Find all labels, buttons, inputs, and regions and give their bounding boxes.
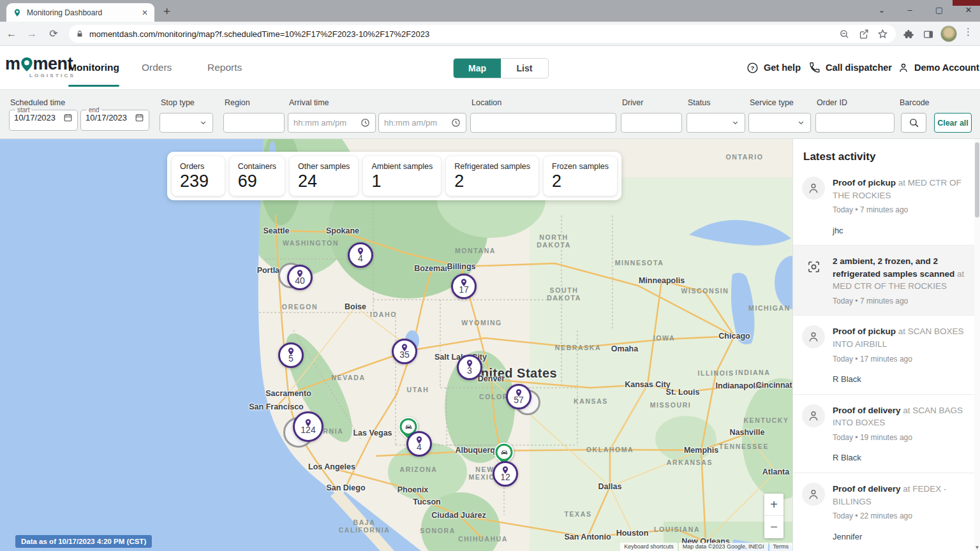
- activity-item[interactable]: Proof of pickup at SCAN BOXES INTO AIRBI…: [793, 316, 980, 394]
- map-cluster-marker[interactable]: 40: [287, 265, 313, 290]
- account-menu[interactable]: Demo Account: [898, 46, 979, 89]
- scheduled-time-label: Scheduled time: [10, 98, 65, 107]
- logo-text: m: [5, 54, 20, 74]
- other-samples-card[interactable]: Other samples24: [290, 156, 358, 196]
- new-tab-button[interactable]: +: [163, 4, 170, 18]
- activity-item[interactable]: Proof of delivery at SCAN BAGS INTO BOXE…: [793, 395, 980, 473]
- filter-bar: Scheduled time start 10/17/2023 end 10/1…: [0, 90, 980, 139]
- cluster-count: 17: [459, 285, 469, 295]
- map-cluster-marker[interactable]: 4: [348, 242, 373, 268]
- activity-item[interactable]: 2 ambient, 2 frozen, and 2 refrigerated …: [793, 246, 980, 316]
- clear-all-button[interactable]: Clear all: [934, 113, 972, 133]
- browser-tab[interactable]: Monitoring Dashboard ✕: [6, 3, 154, 22]
- side-panel-icon[interactable]: [921, 27, 936, 42]
- zoom-in-button[interactable]: +: [764, 494, 783, 516]
- map-cluster-marker[interactable]: 57: [506, 384, 531, 409]
- cluster-count: 3: [467, 366, 472, 376]
- calendar-icon: [63, 113, 73, 122]
- map-cluster-marker[interactable]: 17: [451, 274, 477, 299]
- scrollbar-thumb[interactable]: [975, 142, 979, 217]
- map-cluster-marker[interactable]: 4: [406, 431, 432, 457]
- start-date-field[interactable]: start 10/17/2023: [9, 107, 78, 131]
- region-input[interactable]: [223, 113, 285, 133]
- keyboard-shortcuts-link[interactable]: Keyboard shortcuts: [620, 543, 678, 551]
- share-icon[interactable]: [856, 27, 870, 41]
- zoom-page-icon[interactable]: [837, 27, 851, 41]
- logo-subtitle: LOGISTICS: [29, 73, 69, 78]
- window-minimize-button[interactable]: –: [897, 0, 923, 22]
- chevron-down-icon: [797, 119, 805, 127]
- activity-panel-title: Latest activity: [793, 139, 980, 167]
- orders-card[interactable]: Orders239: [172, 156, 225, 196]
- tab-orders[interactable]: Orders: [142, 46, 172, 89]
- tab-reports[interactable]: Reports: [207, 46, 242, 89]
- end-date-field[interactable]: end 10/17/2023: [80, 107, 149, 131]
- refrigerated-samples-card[interactable]: Refrigerated samples2: [446, 156, 538, 196]
- map-cluster-marker[interactable]: 124: [293, 411, 323, 442]
- clock-icon: [360, 118, 370, 128]
- map-attribution: Keyboard shortcuts Map data ©2023 Google…: [619, 543, 792, 551]
- url-text[interactable]: momentdash.com/monitoring/map?f.schedule…: [89, 29, 832, 39]
- cluster-count: 5: [288, 354, 293, 364]
- arrival-start-input[interactable]: hh:mm am/pm: [288, 113, 376, 133]
- tab-monitoring[interactable]: Monitoring: [68, 46, 119, 89]
- sidebar-scrollbar[interactable]: ▼: [974, 139, 980, 551]
- map-canvas[interactable]: United States Orders239 Containers69 Oth…: [0, 139, 792, 551]
- map-cluster-marker[interactable]: 5: [278, 342, 304, 368]
- address-bar[interactable]: momentdash.com/monitoring/map?f.schedule…: [69, 25, 896, 43]
- tab-close-icon[interactable]: ✕: [142, 8, 148, 17]
- activity-author: R Black: [833, 452, 969, 464]
- bookmark-star-icon[interactable]: [875, 27, 889, 41]
- order-id-input[interactable]: [815, 113, 895, 133]
- order-id-label: Order ID: [817, 98, 847, 107]
- driver-label: Driver: [622, 98, 643, 107]
- status-select[interactable]: [687, 113, 745, 133]
- location-input[interactable]: [470, 113, 616, 133]
- driver-input[interactable]: [621, 113, 682, 133]
- toggle-map-button[interactable]: Map: [454, 59, 501, 78]
- forward-button[interactable]: →: [24, 26, 40, 41]
- tab-search-chevron-icon[interactable]: ⌄: [869, 0, 895, 22]
- activity-author: Jennifer: [833, 531, 969, 543]
- map-list-toggle: Map List: [453, 58, 549, 78]
- cluster-count: 4: [358, 254, 363, 263]
- call-dispatcher-link[interactable]: Call dispatcher: [809, 46, 892, 89]
- back-button[interactable]: ←: [4, 26, 19, 41]
- activity-timestamp: Today • 17 minutes ago: [833, 354, 969, 365]
- svg-text:?: ?: [751, 64, 755, 71]
- reload-button[interactable]: ⟳: [46, 26, 61, 41]
- vehicle-marker[interactable]: [494, 443, 514, 462]
- containers-card[interactable]: Containers69: [230, 156, 285, 196]
- frozen-samples-card[interactable]: Frozen samples2: [544, 156, 617, 196]
- scan-icon: [802, 255, 825, 278]
- zoom-out-button[interactable]: −: [764, 516, 783, 538]
- terms-link[interactable]: Terms: [769, 543, 793, 551]
- activity-author: jhc: [833, 225, 969, 237]
- map-cluster-marker[interactable]: 35: [392, 339, 417, 364]
- activity-item[interactable]: Proof of pickup at MED CTR OF THE ROCKIE…: [793, 167, 980, 246]
- phone-icon: [809, 62, 820, 73]
- map-data-credit: Map data ©2023 Google, INEGI: [679, 543, 768, 551]
- barcode-search-button[interactable]: [901, 113, 926, 133]
- get-help-link[interactable]: ? Get help: [746, 46, 801, 89]
- activity-item[interactable]: Proof of delivery at FEDEX - BILLINGS To…: [793, 473, 980, 551]
- arrival-end-input[interactable]: hh:mm am/pm: [378, 113, 466, 133]
- calendar-icon: [135, 113, 144, 122]
- scroll-down-icon[interactable]: ▼: [974, 545, 980, 550]
- window-maximize-button[interactable]: ▢: [926, 0, 952, 22]
- browser-menu-icon[interactable]: ⋮: [963, 26, 973, 38]
- cluster-count: 124: [301, 425, 315, 435]
- profile-avatar[interactable]: [940, 26, 957, 42]
- cluster-count: 35: [399, 350, 410, 360]
- service-type-select[interactable]: [748, 113, 811, 133]
- vehicle-icon: [404, 422, 413, 431]
- toggle-list-button[interactable]: List: [501, 59, 548, 78]
- map-cluster-marker[interactable]: 3: [457, 355, 482, 380]
- ambient-samples-card[interactable]: Ambient samples1: [363, 156, 441, 196]
- extensions-puzzle-icon[interactable]: [901, 27, 916, 42]
- moment-logistics-logo[interactable]: m ment LOGISTICS: [5, 54, 69, 78]
- favicon-pin-icon: [13, 8, 22, 17]
- stop-type-select[interactable]: [160, 113, 213, 133]
- cluster-count: 12: [500, 473, 510, 482]
- map-cluster-marker[interactable]: 12: [493, 461, 518, 487]
